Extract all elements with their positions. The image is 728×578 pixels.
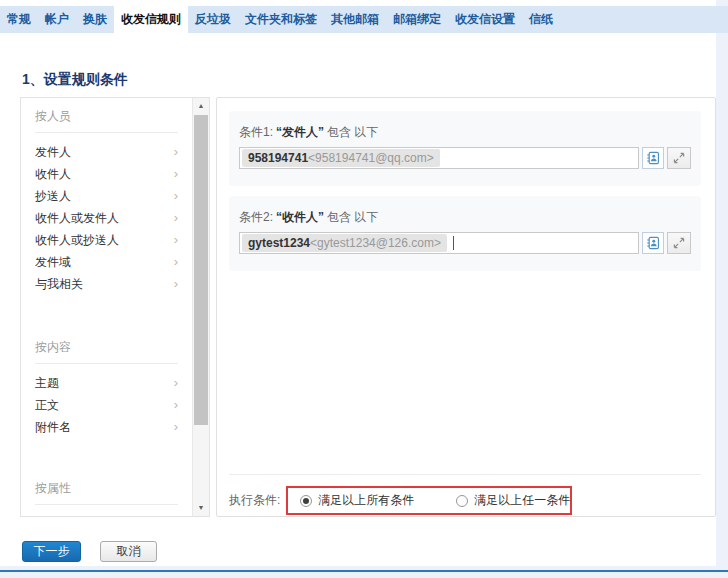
divider: [35, 504, 178, 505]
address-book-button[interactable]: [642, 232, 664, 254]
chevron-right-icon: ›: [174, 273, 178, 295]
sidebar-item-attachment-name[interactable]: 附件名 ›: [21, 416, 192, 438]
sidebar-item-cc[interactable]: 抄送人 ›: [21, 185, 192, 207]
condition1-group: 条件1:“发件人”包含 以下 958194741<958194741@qq.co…: [229, 111, 701, 186]
sidebar-item-label: 抄送人: [35, 185, 71, 207]
tab-mailbox-binding[interactable]: 邮箱绑定: [386, 6, 448, 33]
sidebar-item-recipient-or-cc[interactable]: 收件人或抄送人 ›: [21, 229, 192, 251]
red-highlight-annotation: 满足以上所有条件 满足以上任一条件: [286, 486, 572, 515]
condition2-operator: 包含 以下: [327, 210, 378, 224]
sidebar-item-recipient[interactable]: 收件人 ›: [21, 163, 192, 185]
sidebar-item-label: 优先级: [35, 513, 71, 516]
contact-name: gytest1234: [248, 236, 310, 250]
tab-anti-spam[interactable]: 反垃圾: [188, 6, 238, 33]
tab-skin[interactable]: 换肤: [76, 6, 114, 33]
text-caret: [453, 236, 454, 250]
sidebar-item-recipient-or-sender[interactable]: 收件人或发件人 ›: [21, 207, 192, 229]
rule-category-sidebar: 按人员 发件人 › 收件人 › 抄送人 › 收件人或发件人 › 收件人或抄送人 …: [20, 97, 210, 517]
sidebar-item-label: 收件人: [35, 163, 71, 185]
sidebar-item-label: 主题: [35, 372, 59, 394]
address-book-icon: [646, 151, 660, 165]
condition2-input-row: gytest1234<gytest1234@126.com>: [239, 232, 691, 254]
sidebar-item-sender[interactable]: 发件人 ›: [21, 141, 192, 163]
settings-tab-bar: 常规 帐户 换肤 收发信规则 反垃圾 文件夹和标签 其他邮箱 邮箱绑定 收发信设…: [0, 6, 728, 33]
condition1-field: “发件人”: [276, 125, 324, 139]
expand-button[interactable]: [667, 232, 691, 254]
chevron-right-icon: ›: [174, 207, 178, 229]
address-book-button[interactable]: [642, 147, 664, 169]
radio-option-match-all[interactable]: 满足以上所有条件: [300, 492, 414, 509]
condition2-address-input[interactable]: gytest1234<gytest1234@126.com>: [239, 232, 639, 254]
contact-email: <gytest1234@126.com>: [310, 236, 441, 250]
execution-condition-row: 执行条件: 满足以上所有条件 满足以上任一条件: [229, 486, 572, 515]
expand-button[interactable]: [667, 147, 691, 169]
sidebar-list: 按人员 发件人 › 收件人 › 抄送人 › 收件人或发件人 › 收件人或抄送人 …: [21, 98, 192, 516]
page-title: 1、设置规则条件: [22, 71, 128, 89]
radio-option-match-any[interactable]: 满足以上任一条件: [456, 492, 570, 509]
tab-general[interactable]: 常规: [0, 6, 38, 33]
tab-stationery[interactable]: 信纸: [522, 6, 560, 33]
divider: [35, 132, 178, 133]
sidebar-item-body[interactable]: 正文 ›: [21, 394, 192, 416]
tab-folders-and-labels[interactable]: 文件夹和标签: [238, 6, 324, 33]
chevron-right-icon: ›: [174, 141, 178, 163]
sidebar-item-label: 与我相关: [35, 273, 83, 295]
contact-email: <958194741@qq.com>: [308, 151, 434, 165]
chevron-right-icon: ›: [174, 394, 178, 416]
chevron-right-icon: ›: [174, 251, 178, 273]
scrollbar-thumb[interactable]: [194, 115, 208, 425]
condition2-field: “收件人”: [276, 210, 324, 224]
sidebar-item-subject[interactable]: 主题 ›: [21, 372, 192, 394]
sidebar-item-related-to-me[interactable]: 与我相关 ›: [21, 273, 192, 295]
chevron-right-icon: ›: [174, 372, 178, 394]
sidebar-item-label: 附件名: [35, 416, 71, 438]
chevron-right-icon: ›: [174, 229, 178, 251]
radio-selected-icon[interactable]: [300, 495, 312, 507]
execution-condition-label: 执行条件:: [229, 492, 280, 509]
scroll-up-icon[interactable]: ▲: [193, 98, 209, 114]
tab-send-receive-settings[interactable]: 收发信设置: [448, 6, 522, 33]
condition1-label: 条件1:“发件人”包含 以下: [239, 124, 691, 140]
sidebar-item-label: 收件人或发件人: [35, 207, 119, 229]
divider: [35, 363, 178, 364]
mail-settings-page: 常规 帐户 换肤 收发信规则 反垃圾 文件夹和标签 其他邮箱 邮箱绑定 收发信设…: [0, 0, 728, 578]
sidebar-section-by-content: 按内容: [35, 339, 192, 355]
tab-other-mailboxes[interactable]: 其他邮箱: [324, 6, 386, 33]
sidebar-item-priority[interactable]: 优先级 ›: [21, 513, 192, 516]
chevron-right-icon: ›: [174, 513, 178, 516]
condition1-prefix: 条件1:: [239, 125, 273, 139]
radio-option-label: 满足以上任一条件: [474, 492, 570, 509]
scroll-down-icon[interactable]: ▼: [193, 500, 209, 516]
tab-send-receive-rules[interactable]: 收发信规则: [114, 3, 188, 33]
expand-icon: [673, 237, 685, 249]
tab-account[interactable]: 帐户: [38, 6, 76, 33]
condition2-group: 条件2:“收件人”包含 以下 gytest1234<gytest1234@126…: [229, 196, 701, 271]
next-step-button[interactable]: 下一步: [22, 541, 81, 562]
sidebar-item-label: 发件人: [35, 141, 71, 163]
cancel-button[interactable]: 取消: [100, 541, 157, 562]
sidebar-item-sender-domain[interactable]: 发件域 ›: [21, 251, 192, 273]
sidebar-section-by-person: 按人员: [35, 108, 192, 124]
radio-option-label: 满足以上所有条件: [318, 492, 414, 509]
condition1-operator: 包含 以下: [327, 125, 378, 139]
chevron-right-icon: ›: [174, 416, 178, 438]
condition2-prefix: 条件2:: [239, 210, 273, 224]
sidebar-section-by-attribute: 按属性: [35, 480, 192, 496]
sidebar-item-label: 收件人或抄送人: [35, 229, 119, 251]
sidebar-item-label: 发件域: [35, 251, 71, 273]
condition1-address-input[interactable]: 958194741<958194741@qq.com>: [239, 147, 639, 169]
bottom-divider-line: [0, 570, 728, 572]
rule-conditions-panel: 条件1:“发件人”包含 以下 958194741<958194741@qq.co…: [216, 97, 716, 517]
radio-unselected-icon[interactable]: [456, 495, 468, 507]
divider: [229, 474, 701, 475]
address-book-icon: [646, 236, 660, 250]
sidebar-scrollbar[interactable]: ▲ ▼: [192, 98, 209, 516]
sidebar-item-label: 正文: [35, 394, 59, 416]
chevron-right-icon: ›: [174, 163, 178, 185]
condition2-label: 条件2:“收件人”包含 以下: [239, 209, 691, 225]
chevron-right-icon: ›: [174, 185, 178, 207]
contact-name: 958194741: [248, 151, 308, 165]
contact-chip[interactable]: gytest1234<gytest1234@126.com>: [242, 234, 447, 252]
expand-icon: [673, 152, 685, 164]
contact-chip[interactable]: 958194741<958194741@qq.com>: [242, 149, 440, 167]
